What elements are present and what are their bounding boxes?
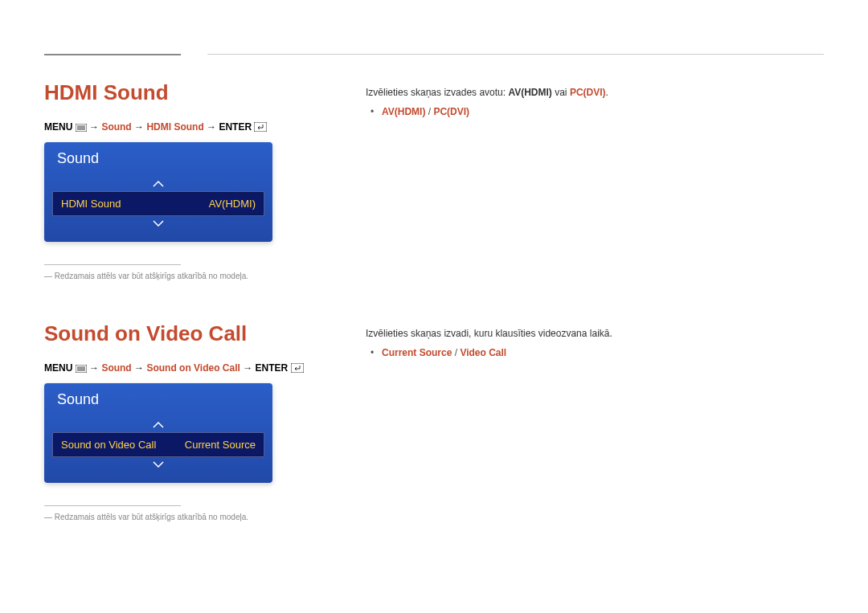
osd-selected-row[interactable]: HDMI Sound AV(HDMI): [52, 191, 264, 216]
osd-row-label: Sound on Video Call: [61, 439, 156, 451]
header-accent-bar: [44, 54, 181, 55]
path-menu-label: MENU: [44, 362, 72, 374]
enter-icon: [254, 122, 267, 132]
footnote-text: Redzamais attēls var būt atšķirīgs atkar…: [55, 513, 248, 521]
section-hdmi-sound-right: Izvēlieties skaņas izvades avotu: AV(HDM…: [366, 87, 824, 117]
options-bullet: AV(HDMI) / PC(DVI): [366, 106, 824, 117]
osd-title: Sound: [52, 383, 264, 418]
path-enter-label: ENTER: [256, 362, 289, 374]
bullet-b: Video Call: [460, 347, 506, 358]
desc-opt1: AV(HDMI): [508, 87, 551, 98]
osd-selected-row[interactable]: Sound on Video Call Current Source: [52, 432, 264, 457]
path-seg1: Sound: [101, 362, 131, 374]
svg-rect-4: [254, 122, 267, 132]
path-enter-label: ENTER: [219, 121, 252, 133]
bullet-sep: /: [425, 106, 433, 117]
osd-panel: Sound HDMI Sound AV(HDMI): [44, 142, 272, 242]
description: Izvēlieties skaņas izvades avotu: AV(HDM…: [366, 87, 824, 98]
osd-panel: Sound Sound on Video Call Current Source: [44, 383, 272, 483]
footnote-text: Redzamais attēls var būt atšķirīgs atkar…: [55, 272, 248, 280]
desc-pre: Izvēlieties skaņas izvades avotu:: [366, 87, 508, 98]
osd-row-value: AV(HDMI): [209, 198, 256, 210]
description: Izvēlieties skaņas izvadi, kuru klausīti…: [366, 328, 824, 339]
header-divider: [207, 54, 824, 55]
bullet-sep: /: [452, 347, 460, 358]
footnote-divider: [44, 264, 181, 265]
menu-path: MENU → Sound → HDMI Sound → ENTER: [44, 121, 317, 133]
path-menu-label: MENU: [44, 121, 72, 133]
desc-opt2: PC(DVI): [570, 87, 606, 98]
section-video-call-right: Izvēlieties skaņas izvadi, kuru klausīti…: [366, 328, 824, 358]
chevron-down-icon[interactable]: [52, 216, 264, 231]
chevron-up-icon[interactable]: [52, 418, 264, 432]
osd-row-value: Current Source: [185, 439, 256, 451]
path-seg1: Sound: [101, 121, 131, 133]
footnote: ― Redzamais attēls var būt atšķirīgs atk…: [44, 513, 317, 521]
path-seg2: HDMI Sound: [146, 121, 203, 133]
footnote: ― Redzamais attēls var būt atšķirīgs atk…: [44, 272, 317, 280]
menu-icon: [76, 363, 87, 372]
enter-icon: [291, 363, 304, 373]
svg-rect-9: [291, 363, 304, 373]
bullet-b: PC(DVI): [433, 106, 469, 117]
path-seg2: Sound on Video Call: [146, 362, 240, 374]
desc-post: .: [606, 87, 608, 98]
options-bullet: Current Source / Video Call: [366, 347, 824, 358]
chevron-down-icon[interactable]: [52, 457, 264, 472]
section-title: HDMI Sound: [44, 80, 317, 105]
osd-row-label: HDMI Sound: [61, 198, 121, 210]
menu-icon: [76, 122, 87, 131]
chevron-up-icon[interactable]: [52, 177, 264, 191]
section-hdmi-sound-left: HDMI Sound MENU → Sound → HDMI Sound → E…: [44, 80, 317, 280]
menu-path: MENU → Sound → Sound on Video Call → ENT…: [44, 362, 317, 374]
footnote-divider: [44, 505, 181, 506]
section-video-call-left: Sound on Video Call MENU → Sound → Sound…: [44, 321, 317, 521]
osd-title: Sound: [52, 142, 264, 177]
section-title: Sound on Video Call: [44, 321, 317, 346]
bullet-a: AV(HDMI): [382, 106, 425, 117]
desc-mid: vai: [552, 87, 570, 98]
bullet-a: Current Source: [382, 347, 452, 358]
